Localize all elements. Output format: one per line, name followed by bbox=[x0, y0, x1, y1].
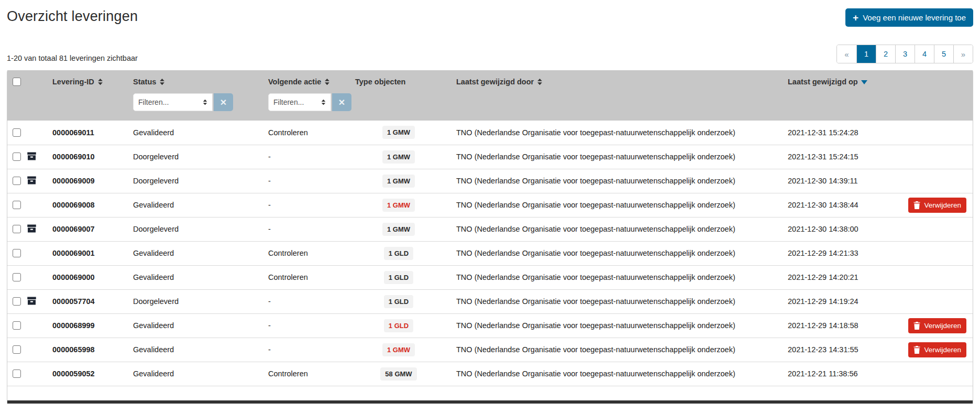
delete-button-label: Verwijderen bbox=[924, 201, 961, 209]
archive-icon bbox=[25, 224, 37, 233]
laatst-gewijzigd-door-cell: TNO (Nederlandse Organisatie voor toegep… bbox=[448, 338, 783, 362]
filter-row: Filteren... ✕ Filteren... bbox=[7, 93, 973, 121]
chevron-up-down-icon bbox=[321, 99, 326, 105]
table-row: 0000069007 Doorgeleverd - 1 GMW TNO (Ned… bbox=[7, 217, 973, 241]
column-header-volgende-actie[interactable]: Volgende actie bbox=[268, 78, 330, 86]
row-checkbox[interactable] bbox=[13, 201, 21, 209]
pagination-prev[interactable]: « bbox=[837, 45, 856, 63]
laatst-gewijzigd-door-cell: TNO (Nederlandse Organisatie voor toegep… bbox=[448, 265, 783, 289]
add-delivery-button[interactable]: + Voeg een nieuwe levering toe bbox=[845, 8, 973, 27]
chevron-up-down-icon bbox=[203, 99, 207, 105]
status-filter-clear-button[interactable]: ✕ bbox=[214, 93, 233, 111]
laatst-gewijzigd-op-cell: 2021-12-21 11:38:56 bbox=[783, 362, 897, 386]
status-cell: Gevalideerd bbox=[128, 362, 263, 386]
volgende-actie-cell: - bbox=[263, 338, 349, 362]
plus-icon: + bbox=[853, 14, 858, 21]
row-checkbox[interactable] bbox=[13, 177, 21, 185]
volgende-actie-cell: Controleren bbox=[263, 265, 349, 289]
volgende-actie-cell: - bbox=[263, 145, 349, 169]
delete-button-label: Verwijderen bbox=[924, 346, 961, 354]
column-header-laatst-gewijzigd-door[interactable]: Laatst gewijzigd door bbox=[456, 78, 543, 86]
pagination: « 12345» bbox=[836, 45, 973, 63]
status-cell: Gevalideerd bbox=[128, 313, 263, 338]
delete-button[interactable]: Verwijderen bbox=[908, 318, 966, 333]
pagination-page-3[interactable]: 3 bbox=[895, 45, 915, 63]
pagination-page-5[interactable]: 5 bbox=[934, 45, 953, 63]
volgende-actie-cell: - bbox=[263, 289, 349, 313]
add-delivery-label: Voeg een nieuwe levering toe bbox=[863, 13, 966, 22]
volgende-actie-filter-clear-button[interactable]: ✕ bbox=[332, 93, 351, 111]
status-cell: Doorgeleverd bbox=[128, 289, 263, 313]
type-objecten-badge: 1 GMW bbox=[382, 343, 415, 356]
deliveries-table: Levering-ID Status Volgende actie Type o… bbox=[7, 70, 973, 404]
laatst-gewijzigd-door-cell: TNO (Nederlandse Organisatie voor toegep… bbox=[448, 362, 783, 386]
row-checkbox[interactable] bbox=[13, 225, 21, 233]
delete-button[interactable]: Verwijderen bbox=[908, 342, 966, 357]
pagination-page-1[interactable]: 1 bbox=[856, 45, 876, 63]
page-title: Overzicht leveringen bbox=[7, 8, 138, 25]
levering-id-cell: 0000065998 bbox=[46, 338, 128, 362]
column-header-type-objecten: Type objecten bbox=[355, 78, 405, 86]
status-cell: Doorgeleverd bbox=[128, 145, 263, 169]
row-checkbox[interactable] bbox=[13, 128, 21, 137]
archive-icon bbox=[25, 296, 37, 306]
type-objecten-badge: 1 GLD bbox=[384, 295, 413, 308]
table-row: 0000065998 Gevalideerd - 1 GMW TNO (Nede… bbox=[7, 338, 973, 362]
volgende-actie-cell: - bbox=[263, 217, 349, 241]
laatst-gewijzigd-op-cell: 2021-12-29 14:20:21 bbox=[783, 265, 897, 289]
type-objecten-badge: 1 GLD bbox=[384, 247, 413, 260]
levering-id-cell: 0000069007 bbox=[46, 217, 128, 241]
row-checkbox[interactable] bbox=[13, 369, 21, 378]
levering-id-cell: 0000069011 bbox=[46, 121, 128, 145]
type-objecten-badge: 1 GLD bbox=[384, 319, 413, 332]
row-checkbox[interactable] bbox=[13, 249, 21, 257]
sort-icon bbox=[537, 78, 543, 85]
volgende-actie-cell: Controleren bbox=[263, 362, 349, 386]
table-row: 0000069010 Doorgeleverd - 1 GMW TNO (Ned… bbox=[7, 145, 973, 169]
delete-button[interactable]: Verwijderen bbox=[908, 198, 966, 213]
sort-icon bbox=[324, 78, 330, 85]
status-cell: Gevalideerd bbox=[128, 121, 263, 145]
table-row: 0000069011 Gevalideerd Controleren 1 GMW… bbox=[7, 121, 973, 145]
type-objecten-badge: 1 GMW bbox=[382, 175, 415, 188]
row-checkbox[interactable] bbox=[13, 297, 21, 306]
laatst-gewijzigd-op-cell: 2021-12-30 14:39:11 bbox=[783, 169, 897, 193]
column-header-laatst-gewijzigd-op[interactable]: Laatst gewijzigd op bbox=[788, 78, 867, 86]
laatst-gewijzigd-door-cell: TNO (Nederlandse Organisatie voor toegep… bbox=[448, 121, 783, 145]
pagination-next[interactable]: » bbox=[953, 45, 973, 63]
sort-icon bbox=[97, 78, 103, 85]
laatst-gewijzigd-op-cell: 2021-12-31 15:24:15 bbox=[783, 145, 897, 169]
type-objecten-badge: 1 GMW bbox=[382, 150, 415, 164]
laatst-gewijzigd-door-cell: TNO (Nederlandse Organisatie voor toegep… bbox=[448, 145, 783, 169]
row-checkbox[interactable] bbox=[13, 273, 21, 281]
type-objecten-badge: 1 GLD bbox=[384, 271, 413, 284]
trash-icon bbox=[913, 201, 920, 209]
volgende-actie-filter-select[interactable]: Filteren... bbox=[268, 93, 331, 111]
delete-button-label: Verwijderen bbox=[924, 322, 961, 330]
row-checkbox[interactable] bbox=[13, 153, 21, 161]
table-row: 0000068999 Gevalideerd - 1 GLD TNO (Nede… bbox=[7, 313, 973, 338]
column-header-levering-id[interactable]: Levering-ID bbox=[52, 78, 103, 86]
sort-descending-icon bbox=[861, 80, 867, 84]
top-bar: Overzicht leveringen + Voeg een nieuwe l… bbox=[7, 8, 973, 27]
levering-id-cell: 0000059052 bbox=[46, 362, 128, 386]
levering-id-cell: 0000069009 bbox=[46, 169, 128, 193]
pagination-page-2[interactable]: 2 bbox=[876, 45, 895, 63]
status-filter-select[interactable]: Filteren... bbox=[133, 93, 213, 111]
trash-icon bbox=[913, 346, 920, 354]
volgende-actie-cell: - bbox=[263, 313, 349, 338]
table-bottom-bar bbox=[7, 400, 973, 404]
table-row: 0000069009 Doorgeleverd - 1 GMW TNO (Ned… bbox=[7, 169, 973, 193]
levering-id-cell: 0000069008 bbox=[46, 193, 128, 217]
trash-icon bbox=[913, 322, 920, 330]
pagination-page-4[interactable]: 4 bbox=[915, 45, 934, 63]
select-all-checkbox[interactable] bbox=[13, 78, 21, 86]
table-row: 0000069001 Gevalideerd Controleren 1 GLD… bbox=[7, 241, 973, 265]
volgende-actie-cell: Controleren bbox=[263, 121, 349, 145]
laatst-gewijzigd-door-cell: TNO (Nederlandse Organisatie voor toegep… bbox=[448, 289, 783, 313]
levering-id-cell: 0000069000 bbox=[46, 265, 128, 289]
row-checkbox[interactable] bbox=[13, 345, 21, 354]
laatst-gewijzigd-door-cell: TNO (Nederlandse Organisatie voor toegep… bbox=[448, 193, 783, 217]
row-checkbox[interactable] bbox=[13, 321, 21, 330]
column-header-status[interactable]: Status bbox=[133, 78, 165, 86]
